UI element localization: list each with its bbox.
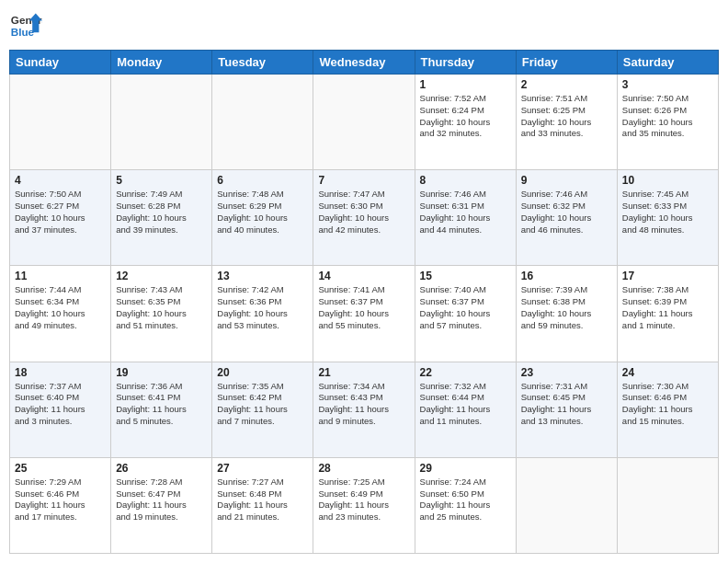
day-number: 7 xyxy=(318,174,409,187)
day-number: 14 xyxy=(318,270,409,282)
calendar-week-3: 18Sunrise: 7:37 AM Sunset: 6:40 PM Dayli… xyxy=(10,362,719,457)
day-number: 12 xyxy=(116,270,207,282)
day-info: Sunrise: 7:50 AM Sunset: 6:26 PM Dayligh… xyxy=(622,93,713,140)
day-number: 18 xyxy=(15,366,106,379)
calendar-cell: 22Sunrise: 7:32 AM Sunset: 6:44 PM Dayli… xyxy=(415,362,516,457)
col-header-thursday: Thursday xyxy=(415,51,516,75)
day-info: Sunrise: 7:32 AM Sunset: 6:44 PM Dayligh… xyxy=(420,381,511,428)
day-number: 4 xyxy=(15,174,106,187)
calendar-cell: 1Sunrise: 7:52 AM Sunset: 6:24 PM Daylig… xyxy=(415,75,516,170)
calendar-cell: 5Sunrise: 7:49 AM Sunset: 6:28 PM Daylig… xyxy=(111,170,212,266)
calendar-cell: 13Sunrise: 7:42 AM Sunset: 6:36 PM Dayli… xyxy=(212,266,313,362)
calendar-cell: 21Sunrise: 7:34 AM Sunset: 6:43 PM Dayli… xyxy=(313,362,415,457)
day-info: Sunrise: 7:46 AM Sunset: 6:32 PM Dayligh… xyxy=(521,189,612,236)
day-number: 1 xyxy=(420,78,511,91)
day-info: Sunrise: 7:34 AM Sunset: 6:43 PM Dayligh… xyxy=(318,381,409,428)
calendar-cell: 12Sunrise: 7:43 AM Sunset: 6:35 PM Dayli… xyxy=(111,266,212,362)
day-number: 26 xyxy=(116,462,207,475)
calendar-cell: 16Sunrise: 7:39 AM Sunset: 6:38 PM Dayli… xyxy=(516,266,617,362)
day-info: Sunrise: 7:48 AM Sunset: 6:29 PM Dayligh… xyxy=(217,189,308,236)
calendar-cell: 19Sunrise: 7:36 AM Sunset: 6:41 PM Dayli… xyxy=(111,362,212,457)
day-info: Sunrise: 7:35 AM Sunset: 6:42 PM Dayligh… xyxy=(217,381,308,428)
day-number: 13 xyxy=(217,270,308,282)
calendar-week-0: 1Sunrise: 7:52 AM Sunset: 6:24 PM Daylig… xyxy=(10,75,719,170)
day-info: Sunrise: 7:37 AM Sunset: 6:40 PM Dayligh… xyxy=(15,381,106,428)
day-info: Sunrise: 7:45 AM Sunset: 6:33 PM Dayligh… xyxy=(622,189,713,236)
day-info: Sunrise: 7:39 AM Sunset: 6:38 PM Dayligh… xyxy=(521,284,612,331)
day-info: Sunrise: 7:46 AM Sunset: 6:31 PM Dayligh… xyxy=(420,189,511,236)
day-number: 5 xyxy=(116,174,207,187)
day-number: 3 xyxy=(622,78,713,91)
page: General Blue SundayMondayTuesdayWednesda… xyxy=(0,0,728,563)
day-number: 17 xyxy=(622,270,713,282)
calendar-cell: 9Sunrise: 7:46 AM Sunset: 6:32 PM Daylig… xyxy=(516,170,617,266)
calendar-cell: 18Sunrise: 7:37 AM Sunset: 6:40 PM Dayli… xyxy=(10,362,111,457)
day-number: 16 xyxy=(521,270,612,282)
day-info: Sunrise: 7:44 AM Sunset: 6:34 PM Dayligh… xyxy=(15,284,106,331)
calendar-cell: 17Sunrise: 7:38 AM Sunset: 6:39 PM Dayli… xyxy=(617,266,718,362)
calendar-cell: 10Sunrise: 7:45 AM Sunset: 6:33 PM Dayli… xyxy=(617,170,718,266)
day-number: 19 xyxy=(116,366,207,379)
day-info: Sunrise: 7:50 AM Sunset: 6:27 PM Dayligh… xyxy=(15,189,106,236)
calendar-cell: 29Sunrise: 7:24 AM Sunset: 6:50 PM Dayli… xyxy=(415,457,516,553)
calendar-cell xyxy=(212,75,313,170)
day-number: 8 xyxy=(420,174,511,187)
calendar-cell: 3Sunrise: 7:50 AM Sunset: 6:26 PM Daylig… xyxy=(617,75,718,170)
calendar-cell: 28Sunrise: 7:25 AM Sunset: 6:49 PM Dayli… xyxy=(313,457,415,553)
day-number: 20 xyxy=(217,366,308,379)
day-info: Sunrise: 7:28 AM Sunset: 6:47 PM Dayligh… xyxy=(116,477,207,523)
col-header-saturday: Saturday xyxy=(617,51,718,75)
calendar-cell: 8Sunrise: 7:46 AM Sunset: 6:31 PM Daylig… xyxy=(415,170,516,266)
calendar-cell: 26Sunrise: 7:28 AM Sunset: 6:47 PM Dayli… xyxy=(111,457,212,553)
day-number: 10 xyxy=(622,174,713,187)
calendar-week-1: 4Sunrise: 7:50 AM Sunset: 6:27 PM Daylig… xyxy=(10,170,719,266)
calendar-cell: 15Sunrise: 7:40 AM Sunset: 6:37 PM Dayli… xyxy=(415,266,516,362)
day-info: Sunrise: 7:24 AM Sunset: 6:50 PM Dayligh… xyxy=(420,477,511,523)
day-number: 15 xyxy=(420,270,511,282)
day-info: Sunrise: 7:29 AM Sunset: 6:46 PM Dayligh… xyxy=(15,477,106,523)
col-header-friday: Friday xyxy=(516,51,617,75)
logo: General Blue xyxy=(9,9,42,42)
day-info: Sunrise: 7:51 AM Sunset: 6:25 PM Dayligh… xyxy=(521,93,612,140)
day-info: Sunrise: 7:27 AM Sunset: 6:48 PM Dayligh… xyxy=(217,477,308,523)
col-header-sunday: Sunday xyxy=(10,51,111,75)
day-number: 28 xyxy=(318,462,409,475)
day-info: Sunrise: 7:38 AM Sunset: 6:39 PM Dayligh… xyxy=(622,284,713,331)
calendar-cell: 6Sunrise: 7:48 AM Sunset: 6:29 PM Daylig… xyxy=(212,170,313,266)
calendar-cell: 2Sunrise: 7:51 AM Sunset: 6:25 PM Daylig… xyxy=(516,75,617,170)
calendar-cell: 27Sunrise: 7:27 AM Sunset: 6:48 PM Dayli… xyxy=(212,457,313,553)
day-number: 22 xyxy=(420,366,511,379)
calendar-cell xyxy=(111,75,212,170)
calendar-cell: 25Sunrise: 7:29 AM Sunset: 6:46 PM Dayli… xyxy=(10,457,111,553)
day-number: 6 xyxy=(217,174,308,187)
day-number: 23 xyxy=(521,366,612,379)
day-info: Sunrise: 7:41 AM Sunset: 6:37 PM Dayligh… xyxy=(318,284,409,331)
day-info: Sunrise: 7:36 AM Sunset: 6:41 PM Dayligh… xyxy=(116,381,207,428)
day-info: Sunrise: 7:47 AM Sunset: 6:30 PM Dayligh… xyxy=(318,189,409,236)
day-number: 25 xyxy=(15,462,106,475)
svg-text:Blue: Blue xyxy=(11,26,35,38)
calendar-cell xyxy=(617,457,718,553)
day-number: 29 xyxy=(420,462,511,475)
day-info: Sunrise: 7:43 AM Sunset: 6:35 PM Dayligh… xyxy=(116,284,207,331)
col-header-tuesday: Tuesday xyxy=(212,51,313,75)
col-header-wednesday: Wednesday xyxy=(313,51,415,75)
calendar-header-row: SundayMondayTuesdayWednesdayThursdayFrid… xyxy=(10,51,719,75)
calendar-table: SundayMondayTuesdayWednesdayThursdayFrid… xyxy=(9,50,719,554)
calendar-cell xyxy=(10,75,111,170)
day-number: 11 xyxy=(15,270,106,282)
day-number: 24 xyxy=(622,366,713,379)
logo-icon: General Blue xyxy=(9,9,42,42)
day-info: Sunrise: 7:52 AM Sunset: 6:24 PM Dayligh… xyxy=(420,93,511,140)
day-number: 2 xyxy=(521,78,612,91)
calendar-cell: 20Sunrise: 7:35 AM Sunset: 6:42 PM Dayli… xyxy=(212,362,313,457)
day-info: Sunrise: 7:42 AM Sunset: 6:36 PM Dayligh… xyxy=(217,284,308,331)
calendar-cell: 24Sunrise: 7:30 AM Sunset: 6:46 PM Dayli… xyxy=(617,362,718,457)
calendar-cell: 7Sunrise: 7:47 AM Sunset: 6:30 PM Daylig… xyxy=(313,170,415,266)
col-header-monday: Monday xyxy=(111,51,212,75)
calendar-cell xyxy=(313,75,415,170)
calendar-cell: 11Sunrise: 7:44 AM Sunset: 6:34 PM Dayli… xyxy=(10,266,111,362)
calendar-week-4: 25Sunrise: 7:29 AM Sunset: 6:46 PM Dayli… xyxy=(10,457,719,553)
header: General Blue xyxy=(9,9,719,42)
day-number: 21 xyxy=(318,366,409,379)
